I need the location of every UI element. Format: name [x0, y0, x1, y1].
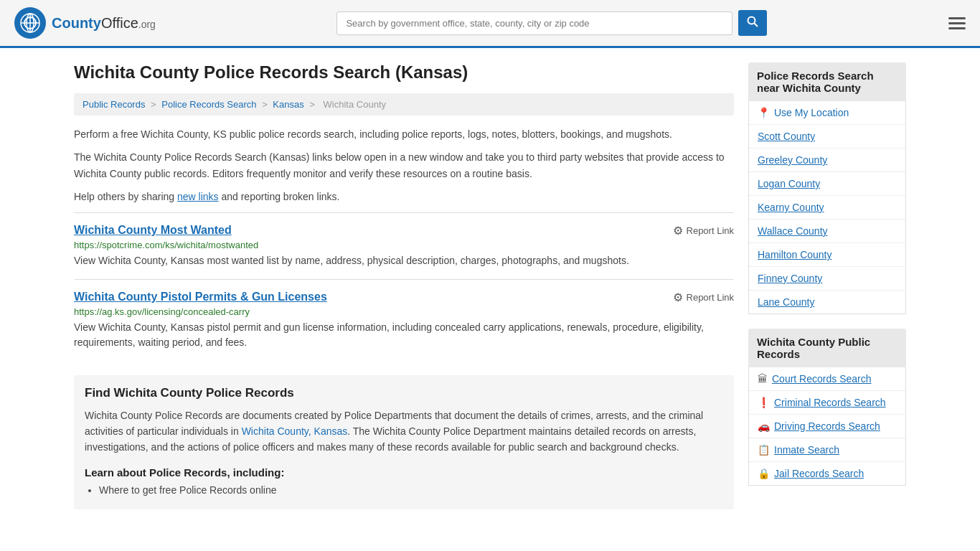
- nearby-hamilton-county: Hamilton County: [749, 243, 905, 267]
- wichita-county-link[interactable]: Wichita County, Kansas: [242, 425, 348, 437]
- sidebar-public-records-header: Wichita County Public Records: [748, 329, 906, 367]
- use-my-location[interactable]: 📍 Use My Location: [749, 101, 905, 125]
- use-location-label: Use My Location: [774, 107, 849, 118]
- menu-button[interactable]: [948, 17, 966, 29]
- driving-icon: 🚗: [758, 420, 770, 432]
- logo-icon: [14, 7, 46, 39]
- nearby-greeley-county: Greeley County: [749, 149, 905, 172]
- nearby-kearny-county: Kearny County: [749, 196, 905, 220]
- breadcrumb-police-records[interactable]: Police Records Search: [161, 99, 256, 110]
- search-input[interactable]: [336, 11, 732, 35]
- sidebar-nearby-section: Police Records Search near Wichita Count…: [748, 62, 906, 314]
- report-icon-2: ⚙: [673, 291, 683, 304]
- breadcrumb-current: Wichita County: [324, 99, 386, 110]
- wallace-county-link[interactable]: Wallace County: [758, 225, 828, 237]
- driving-records-link[interactable]: Driving Records Search: [774, 420, 880, 432]
- public-records-inmate: 📋 Inmate Search: [749, 438, 905, 462]
- record-title-1[interactable]: Wichita County Most Wanted: [74, 224, 734, 237]
- logo-text: CountyOffice.org: [52, 15, 156, 32]
- search-button[interactable]: [738, 10, 767, 36]
- new-links-link[interactable]: new links: [177, 191, 219, 202]
- learn-section-list: Where to get free Police Records online: [85, 484, 723, 496]
- report-link-1[interactable]: ⚙ Report Link: [673, 224, 734, 237]
- record-title-2[interactable]: Wichita County Pistol Permits & Gun Lice…: [74, 291, 734, 303]
- content-area: Wichita County Police Records Search (Ka…: [74, 62, 734, 509]
- breadcrumb-sep1: >: [151, 99, 159, 110]
- sidebar: Police Records Search near Wichita Count…: [748, 62, 906, 509]
- find-section: Find Wichita County Police Records Wichi…: [74, 375, 734, 509]
- breadcrumb-sep3: >: [309, 99, 317, 110]
- criminal-icon: ❗: [758, 397, 770, 408]
- learn-section: Learn about Police Records, including: W…: [85, 466, 723, 496]
- nearby-lane-county: Lane County: [749, 291, 905, 314]
- hamilton-county-link[interactable]: Hamilton County: [758, 249, 832, 260]
- description-1: Perform a free Wichita County, KS public…: [74, 126, 734, 142]
- find-section-title: Find Wichita County Police Records: [85, 386, 723, 400]
- nearby-logan-county: Logan County: [749, 172, 905, 196]
- location-icon: 📍: [758, 107, 770, 118]
- criminal-records-link[interactable]: Criminal Records Search: [774, 397, 886, 408]
- court-icon: 🏛: [758, 373, 768, 385]
- record-item-1: ⚙ Report Link Wichita County Most Wanted…: [74, 212, 734, 279]
- sidebar-nearby-list: 📍 Use My Location Scott County Greeley C…: [748, 101, 906, 314]
- kearny-county-link[interactable]: Kearny County: [758, 202, 824, 213]
- header: CountyOffice.org: [0, 0, 980, 48]
- nearby-finney-county: Finney County: [749, 267, 905, 291]
- breadcrumb-sep2: >: [262, 99, 270, 110]
- report-link-label-2: Report Link: [687, 292, 734, 303]
- record-url-2[interactable]: https://ag.ks.gov/licensing/concealed-ca…: [74, 306, 734, 317]
- logan-county-link[interactable]: Logan County: [758, 178, 820, 189]
- description-2: The Wichita County Police Records Search…: [74, 149, 734, 182]
- learn-item-1: Where to get free Police Records online: [99, 484, 723, 496]
- public-records-driving: 🚗 Driving Records Search: [749, 415, 905, 438]
- sidebar-nearby-header: Police Records Search near Wichita Count…: [748, 62, 906, 101]
- description-3: Help others by sharing new links and rep…: [74, 189, 734, 204]
- finney-county-link[interactable]: Finney County: [758, 273, 822, 284]
- greeley-county-link[interactable]: Greeley County: [758, 154, 827, 166]
- report-link-label-1: Report Link: [687, 225, 734, 236]
- breadcrumb-public-records[interactable]: Public Records: [83, 99, 145, 110]
- logo-area: CountyOffice.org: [14, 7, 156, 39]
- record-item-2: ⚙ Report Link Wichita County Pistol Perm…: [74, 279, 734, 361]
- sidebar-public-records-section: Wichita County Public Records 🏛 Court Re…: [748, 329, 906, 486]
- inmate-icon: 📋: [758, 444, 770, 456]
- record-url-1[interactable]: https://spotcrime.com/ks/wichita/mostwan…: [74, 240, 734, 250]
- public-records-jail: 🔒 Jail Records Search: [749, 462, 905, 485]
- page-title: Wichita County Police Records Search (Ka…: [74, 62, 734, 83]
- learn-section-title: Learn about Police Records, including:: [85, 466, 723, 479]
- breadcrumb-kansas[interactable]: Kansas: [273, 99, 303, 110]
- nearby-scott-county: Scott County: [749, 125, 905, 149]
- public-records-court: 🏛 Court Records Search: [749, 367, 905, 391]
- court-records-link[interactable]: Court Records Search: [772, 373, 872, 385]
- search-area: [336, 10, 767, 36]
- nearby-wallace-county: Wallace County: [749, 220, 905, 243]
- breadcrumb: Public Records > Police Records Search >…: [74, 93, 734, 116]
- lane-county-link[interactable]: Lane County: [758, 296, 814, 308]
- public-records-criminal: ❗ Criminal Records Search: [749, 391, 905, 415]
- sidebar-public-records-list: 🏛 Court Records Search ❗ Criminal Record…: [748, 367, 906, 486]
- main-container: Wichita County Police Records Search (Ka…: [60, 48, 920, 524]
- jail-icon: 🔒: [758, 468, 770, 479]
- inmate-search-link[interactable]: Inmate Search: [774, 444, 839, 456]
- record-desc-1: View Wichita County, Kansas most wanted …: [74, 253, 734, 268]
- report-link-2[interactable]: ⚙ Report Link: [673, 291, 734, 304]
- report-icon-1: ⚙: [673, 224, 683, 237]
- svg-line-6: [755, 24, 758, 27]
- svg-point-5: [748, 17, 755, 24]
- scott-county-link[interactable]: Scott County: [758, 131, 815, 142]
- jail-records-link[interactable]: Jail Records Search: [774, 468, 864, 479]
- record-desc-2: View Wichita County, Kansas pistol permi…: [74, 320, 734, 350]
- find-section-text: Wichita County Police Records are docume…: [85, 408, 723, 456]
